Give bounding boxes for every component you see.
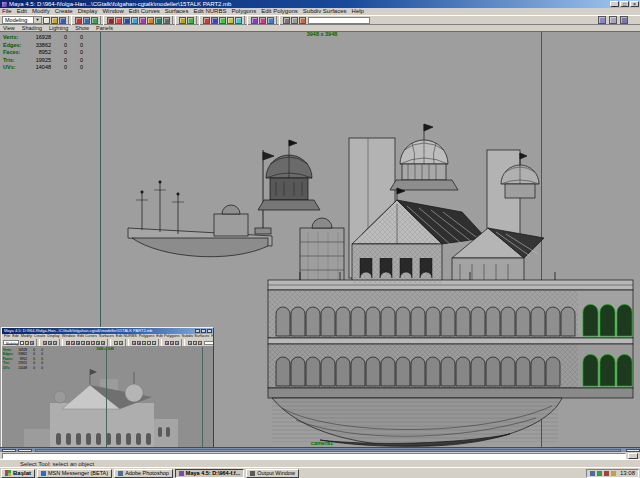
mini-snap-to-curve-icon[interactable] <box>137 341 141 345</box>
mini-numeric-input-field[interactable] <box>204 341 213 345</box>
toggle-tool-settings-icon[interactable] <box>609 16 617 24</box>
file-open-icon[interactable] <box>51 17 58 24</box>
mini-mask-dynamics-icon[interactable] <box>91 341 95 345</box>
mask-joints-icon[interactable] <box>115 17 122 24</box>
mini-mask-miscellaneous-icon[interactable] <box>101 341 105 345</box>
mask-deformations-icon[interactable] <box>139 17 146 24</box>
select-by-component-icon[interactable] <box>91 17 98 24</box>
mini-maximize-button[interactable] <box>201 329 206 333</box>
task-button-maya-4-5-d-964-f-f[interactable]: Maya 4.5: D:\964-f.f... <box>175 469 244 478</box>
mini-output-connections-icon[interactable] <box>170 341 174 345</box>
mini-mask-rendering-icon[interactable] <box>96 341 100 345</box>
lock-selection-icon[interactable] <box>179 17 186 24</box>
mini-make-live-icon[interactable] <box>152 341 156 345</box>
mask-rendering-icon[interactable] <box>155 17 162 24</box>
mini-mask-surfaces-icon[interactable] <box>81 341 85 345</box>
close-button[interactable]: × <box>630 1 639 7</box>
mini-file-new-icon[interactable] <box>20 341 24 345</box>
mini-select-by-object-icon[interactable] <box>48 341 52 345</box>
mini-mask-curves-icon[interactable] <box>76 341 80 345</box>
quick-render-icon[interactable] <box>291 17 298 24</box>
mask-handles-icon[interactable] <box>107 17 114 24</box>
select-by-hierarchy-icon[interactable] <box>75 17 82 24</box>
mini-menu-set-dropdown[interactable]: Modeling <box>3 340 19 345</box>
numeric-input-field[interactable] <box>308 17 370 24</box>
menu-display[interactable]: Display <box>78 8 98 15</box>
menu-surfaces[interactable]: Surfaces <box>165 8 189 15</box>
panel-menu-panels[interactable]: Panels <box>96 25 113 32</box>
make-live-icon[interactable] <box>235 17 242 24</box>
panel-menu-view[interactable]: View <box>3 25 15 32</box>
mini-select-by-hierarchy-icon[interactable] <box>43 341 47 345</box>
mini-highlight-selection-icon[interactable] <box>119 341 123 345</box>
toggle-attribute-editor-icon[interactable] <box>598 16 606 24</box>
mask-miscellaneous-icon[interactable] <box>163 17 170 24</box>
mini-shaded-viewport[interactable]: 3948 x 3948 Verts:1692800Edges:3386200Fa… <box>2 347 213 447</box>
menu-modify[interactable]: Modify <box>32 8 50 15</box>
mini-render-view-icon[interactable] <box>188 341 192 345</box>
mask-surfaces-icon[interactable] <box>131 17 138 24</box>
menu-subdiv-surfaces[interactable]: Subdiv Surfaces <box>303 8 347 15</box>
select-by-object-icon[interactable] <box>83 17 90 24</box>
snap-to-grid-icon[interactable] <box>203 17 210 24</box>
menu-edit-curves[interactable]: Edit Curves <box>129 8 160 15</box>
panel-menu-shading[interactable]: Shading <box>22 25 42 32</box>
panel-menu-show[interactable]: Show <box>75 25 89 32</box>
menu-help[interactable]: Help <box>211 334 213 339</box>
menu-edit-nurbs[interactable]: Edit NURBS <box>193 8 226 15</box>
menu-edit[interactable]: Edit <box>12 334 19 339</box>
task-button-adobe-photoshop[interactable]: Adobe Photoshop <box>114 469 173 478</box>
mini-file-save-icon[interactable] <box>30 341 34 345</box>
mini-mask-deformations-icon[interactable] <box>86 341 90 345</box>
menu-help[interactable]: Help <box>352 8 364 15</box>
toggle-channel-box-icon[interactable] <box>620 16 628 24</box>
mini-close-button[interactable] <box>207 329 212 333</box>
mini-snap-to-view-plane-icon[interactable] <box>147 341 151 345</box>
mini-input-connections-icon[interactable] <box>165 341 169 345</box>
ipr-render-icon[interactable] <box>299 17 306 24</box>
mini-mask-joints-icon[interactable] <box>71 341 75 345</box>
minimize-button[interactable]: _ <box>610 1 619 7</box>
render-view-icon[interactable] <box>283 17 290 24</box>
command-line-input[interactable] <box>2 453 626 459</box>
title-bar[interactable]: Maya 4.5: D:\964-f\folga-Han...\CGtalk\f… <box>0 0 640 8</box>
command-line-expand-button[interactable] <box>628 453 638 459</box>
mini-minimize-button[interactable] <box>195 329 200 333</box>
mini-file-open-icon[interactable] <box>25 341 29 345</box>
maximize-button[interactable]: □ <box>620 1 629 7</box>
display-tray-icon[interactable] <box>604 471 609 476</box>
mini-select-by-component-icon[interactable] <box>53 341 57 345</box>
mini-snap-to-grid-icon[interactable] <box>132 341 136 345</box>
mini-mask-handles-icon[interactable] <box>66 341 70 345</box>
task-button-msn-messenger-beta[interactable]: MSN Messenger (BETA) <box>37 469 112 478</box>
mini-maya-window[interactable]: Maya 4.5: D:\964-f\folga-Han...\CGtalk\f… <box>1 327 214 447</box>
mini-quick-render-icon[interactable] <box>193 341 197 345</box>
mini-ipr-render-icon[interactable] <box>198 341 202 345</box>
menu-edit[interactable]: Edit <box>17 8 27 15</box>
file-save-icon[interactable] <box>59 17 66 24</box>
mask-dynamics-icon[interactable] <box>147 17 154 24</box>
mini-lock-selection-icon[interactable] <box>114 341 118 345</box>
highlight-selection-icon[interactable] <box>187 17 194 24</box>
menu-set-dropdown[interactable]: Modeling ▼ <box>2 16 42 24</box>
mask-curves-icon[interactable] <box>123 17 130 24</box>
panel-menu-lighting[interactable]: Lighting <box>49 25 68 32</box>
perspective-viewport[interactable]: 3948 x 3948 camera1 Verts:1692800Edges:3… <box>0 32 640 447</box>
output-connections-icon[interactable] <box>259 17 266 24</box>
volume-tray-icon[interactable] <box>590 471 595 476</box>
menu-file[interactable]: File <box>4 334 10 339</box>
menu-polygons[interactable]: Polygons <box>231 8 256 15</box>
msn-tray-icon[interactable] <box>597 471 602 476</box>
snap-to-curve-icon[interactable] <box>211 17 218 24</box>
menu-window[interactable]: Window <box>102 8 123 15</box>
construction-history-icon[interactable] <box>267 17 274 24</box>
menu-create[interactable]: Create <box>55 8 73 15</box>
start-button[interactable]: Başlat <box>1 469 35 478</box>
snap-to-point-icon[interactable] <box>219 17 226 24</box>
file-new-icon[interactable] <box>43 17 50 24</box>
input-connections-icon[interactable] <box>251 17 258 24</box>
task-button-output-window[interactable]: Output Window <box>246 469 299 478</box>
menu-file[interactable]: File <box>2 8 12 15</box>
mini-snap-to-point-icon[interactable] <box>142 341 146 345</box>
scheduler-tray-icon[interactable] <box>611 471 616 476</box>
